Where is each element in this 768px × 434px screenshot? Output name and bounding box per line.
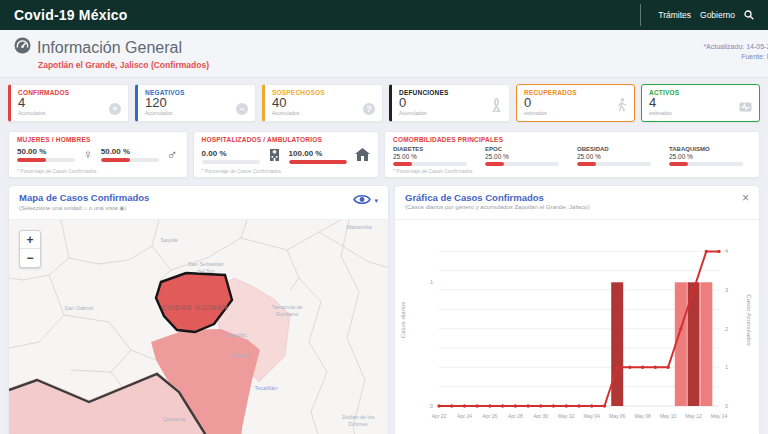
accumulated-cases-point bbox=[514, 404, 517, 407]
accumulated-cases-point bbox=[717, 250, 720, 253]
ribbon-icon bbox=[491, 98, 502, 116]
app-root: Covid-19 México Trámites Gobierno Inform… bbox=[0, 0, 768, 434]
stat-card-confirmados: CONFIRMADOS4Acumulados+ bbox=[8, 84, 129, 122]
accumulated-cases-point bbox=[539, 404, 542, 407]
gender-card-title: MUJERES / HOMBRES bbox=[17, 136, 179, 143]
accumulated-cases-point bbox=[590, 404, 593, 407]
nav-links: Trámites Gobierno bbox=[640, 0, 754, 30]
comorbidity-progressbar bbox=[577, 162, 651, 166]
map-panel-subtitle: (Seleccione una unidad ⌂ o una vista ◉) bbox=[19, 204, 149, 211]
accumulated-cases-point bbox=[654, 366, 657, 369]
top-navbar: Covid-19 México Trámites Gobierno bbox=[0, 0, 768, 30]
stat-label: SOSPECHOSOS bbox=[272, 89, 375, 96]
stat-sublabel: Acumulados bbox=[272, 110, 375, 116]
map-panel: Mapa de Casos Confirmados (Seleccione un… bbox=[8, 185, 389, 434]
ambulatory-stat: 100.00 % bbox=[289, 149, 347, 164]
search-icon[interactable] bbox=[744, 10, 754, 20]
comorbidities-list: DIABETES25.00 %EPOC25.00 %OBESIDAD25.00 … bbox=[393, 146, 751, 166]
accumulated-cases-point bbox=[692, 288, 695, 291]
comorbidity-percent: 25.00 % bbox=[577, 153, 659, 160]
chart-panel-subtitle: (Casos diarios por género y acumulados Z… bbox=[405, 204, 589, 210]
accumulated-cases-point bbox=[616, 366, 619, 369]
map-label: Mazamitla bbox=[346, 224, 372, 230]
y-axis-right-tick: 0 bbox=[725, 403, 728, 409]
stat-value: 4 bbox=[18, 96, 121, 110]
main-content: CONFIRMADOS4Acumulados+NEGATIVOS120Acumu… bbox=[0, 78, 768, 434]
male-progressbar bbox=[101, 158, 159, 162]
accumulated-cases-point bbox=[565, 404, 568, 407]
x-axis-tick: Apr 30 bbox=[533, 413, 548, 419]
stat-sublabel: Acumulados bbox=[18, 110, 121, 116]
zoom-out-button[interactable]: − bbox=[20, 249, 40, 267]
y-axis-left-tick: 0 bbox=[430, 403, 433, 409]
stat-card-negativos: NEGATIVOS120Acumulados− bbox=[135, 84, 256, 122]
map-label: Quesería bbox=[163, 416, 187, 422]
nav-link-tramites[interactable]: Trámites bbox=[658, 10, 691, 20]
home-icon bbox=[355, 147, 370, 165]
x-axis-tick: Apr 24 bbox=[457, 413, 472, 419]
chart-panel-header: Gráfica de Casos Confirmados (Casos diar… bbox=[395, 186, 759, 220]
comorbidity-progressbar bbox=[485, 162, 559, 166]
stat-card-sospechosos: SOSPECHOSOS40Acumulados? bbox=[262, 84, 383, 122]
map-label: CIUDAD GUZMÁN bbox=[162, 303, 228, 311]
female-stat: 50.00 % bbox=[17, 147, 75, 162]
female-icon: ♀ bbox=[83, 148, 93, 161]
accumulated-cases-point bbox=[437, 404, 440, 407]
y-axis-right-tick: 3 bbox=[725, 287, 728, 293]
page-header-meta: *Actualizado: 14-05-2020 Fuente: DGE bbox=[703, 42, 768, 62]
stat-card-recuperados: RECUPERADOS0estimados bbox=[516, 84, 635, 122]
page-title: Información General bbox=[37, 39, 182, 57]
nav-divider bbox=[640, 4, 641, 26]
map-view-selector[interactable]: ▾ bbox=[353, 192, 378, 210]
y-axis-left-title: Casos diarios bbox=[400, 302, 406, 338]
stat-card-activos: ACTIVOS4estimados bbox=[641, 84, 760, 122]
y-axis-right-tick: 1 bbox=[725, 364, 728, 370]
zoom-in-button[interactable]: + bbox=[20, 231, 40, 249]
x-axis-tick: May 02 bbox=[558, 413, 575, 419]
map-label: Jilotlán de los bbox=[341, 414, 375, 420]
stat-value: 0 bbox=[524, 96, 627, 110]
comorbidity-epoc: EPOC25.00 % bbox=[485, 146, 567, 166]
hospital-card: HOSPITALIZADOS / AMBULATORIOS 0.00 % 100… bbox=[193, 131, 379, 178]
accumulated-cases-point bbox=[666, 366, 669, 369]
accumulated-cases-point bbox=[501, 404, 504, 407]
female-progressbar bbox=[17, 158, 75, 162]
stat-label: DEFUNCIONES bbox=[399, 89, 502, 96]
x-axis-tick: Apr 28 bbox=[508, 413, 523, 419]
panels-row: Mapa de Casos Confirmados (Seleccione un… bbox=[8, 185, 760, 434]
x-axis-tick: Apr 26 bbox=[483, 413, 498, 419]
activity-icon bbox=[739, 98, 752, 116]
map-label: Gordiano bbox=[276, 311, 299, 317]
accumulated-cases-point bbox=[679, 327, 682, 330]
stat-label: ACTIVOS bbox=[649, 89, 752, 96]
map-label: San Sebastián bbox=[188, 261, 224, 267]
comorbidity-name: EPOC bbox=[485, 146, 567, 152]
comorbidities-footnote: * Porcentaje de Casos Confirmados bbox=[393, 168, 473, 174]
comorbidities-card: COMORBILIDADES PRINCIPALES DIABETES25.00… bbox=[384, 131, 760, 178]
map-label: Tamazula de bbox=[271, 304, 302, 310]
page-header: Información General Zapotlán el Grande, … bbox=[0, 30, 768, 78]
comorbidity-diabetes: DIABETES25.00 % bbox=[393, 146, 475, 166]
close-icon[interactable]: × bbox=[742, 192, 749, 204]
male-icon: ♂ bbox=[167, 148, 178, 161]
stat-sublabel: estimados bbox=[524, 110, 627, 116]
accumulated-cases-point bbox=[577, 404, 580, 407]
comorbidity-tabaquismo: TABAQUISMO25.00 % bbox=[669, 146, 751, 166]
comorbidity-name: OBESIDAD bbox=[577, 146, 659, 152]
comorbidity-percent: 25.00 % bbox=[669, 153, 751, 160]
comorbidity-progressbar bbox=[669, 162, 743, 166]
hospital-footnote: * Porcentaje de Casos Confirmados bbox=[202, 168, 282, 174]
nav-link-gobierno[interactable]: Gobierno bbox=[700, 10, 735, 20]
chevron-down-icon: ▾ bbox=[374, 197, 378, 205]
plus-circle-icon: + bbox=[109, 98, 121, 116]
page-subtitle: Zapotlán el Grande, Jalisco (Confirmados… bbox=[38, 60, 209, 70]
comorbidity-obesidad: OBESIDAD25.00 % bbox=[577, 146, 659, 166]
accumulated-cases-point bbox=[450, 404, 453, 407]
page-header-left: Información General Zapotlán el Grande, … bbox=[14, 37, 209, 77]
hospital-icon bbox=[268, 147, 281, 165]
walking-person-icon bbox=[617, 98, 627, 116]
map-canvas[interactable]: + − SayulaMazamitlaSan Sebastiándel SurS… bbox=[9, 220, 388, 434]
app-title: Covid-19 México bbox=[14, 7, 127, 23]
x-axis-tick: May 04 bbox=[583, 413, 600, 419]
comorbidity-percent: 25.00 % bbox=[485, 153, 567, 160]
